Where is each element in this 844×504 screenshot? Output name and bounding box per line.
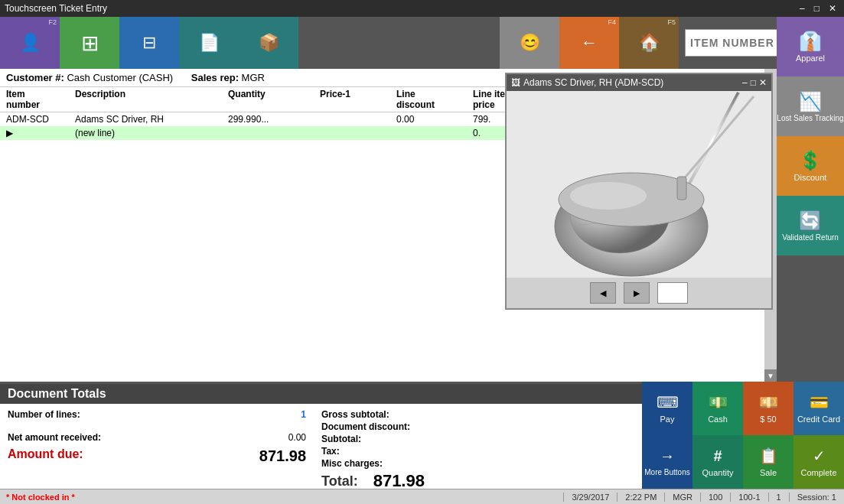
toolbar-items-button[interactable]: ⊞ xyxy=(60,17,119,69)
cell-arrow: ▶ xyxy=(6,128,75,138)
discount-button[interactable]: 💲 Discount xyxy=(777,136,844,196)
toolbar-grid-button[interactable]: ⊟ xyxy=(119,17,179,69)
validated-return-icon: 🔄 xyxy=(799,210,822,232)
popup-maximize-button[interactable]: □ xyxy=(751,77,756,88)
statusbar-date: 3/29/2017 xyxy=(563,493,617,502)
quantity-label: Quantity xyxy=(702,468,734,477)
image-popup: 🖼 Adams SC Driver, RH (ADM-SCD) – □ ✕ xyxy=(505,73,773,310)
sales-rep-label: Sales rep: xyxy=(191,72,239,83)
toolbar-customer-button[interactable]: F2 👤 xyxy=(0,17,60,69)
package-icon: 📦 xyxy=(259,33,279,53)
app-title: Touchscreen Ticket Entry xyxy=(5,3,107,14)
amount-due-value: 871.98 xyxy=(259,447,306,465)
cell-qty-new xyxy=(228,128,320,138)
home-icon: 🏠 xyxy=(639,33,660,53)
col-description: Description xyxy=(75,89,228,110)
misc-charges-label: Misc charges: xyxy=(321,458,383,469)
toolbar-document-button[interactable]: 📄 xyxy=(179,17,239,69)
popup-zoom-area xyxy=(657,282,688,304)
col-quantity: Quantity xyxy=(228,89,320,110)
golf-club-image xyxy=(517,91,761,278)
sale-button[interactable]: 📋 Sale xyxy=(743,435,793,489)
pay-button[interactable]: ⌨ Pay xyxy=(642,382,692,435)
toolbar-package-button[interactable]: 📦 xyxy=(239,17,298,69)
num-lines-row: Number of lines: 1 xyxy=(8,408,306,421)
titlebar: Touchscreen Ticket Entry – □ ✕ xyxy=(0,0,844,17)
pay-label: Pay xyxy=(660,415,675,424)
complete-button[interactable]: ✓ Complete xyxy=(793,435,844,489)
pay-icon: ⌨ xyxy=(657,393,679,411)
image-title-text: Adams SC Driver, RH (ADM-SCD) xyxy=(523,77,663,88)
cell-qty: 299.990... xyxy=(228,114,320,125)
discount-icon: 💲 xyxy=(799,150,822,171)
image-popup-footer: ◀ ▶ xyxy=(507,278,771,308)
lost-sales-icon: 📉 xyxy=(799,91,822,112)
validated-return-label: Validated Return xyxy=(782,233,839,242)
cell-price-new xyxy=(320,128,396,138)
doc-totals-left: Number of lines: 1 Net amount received: … xyxy=(8,408,306,493)
popup-next-button[interactable]: ▶ xyxy=(624,282,650,304)
svg-line-6 xyxy=(685,93,738,192)
fifty-button[interactable]: 💴 $ 50 xyxy=(743,382,793,435)
gross-subtotal-label: Gross subtotal: xyxy=(321,409,389,420)
discount-label: Discount xyxy=(794,173,827,182)
amount-due-inline-row: Amount due: 871.98 xyxy=(8,447,306,466)
image-popup-title: 🖼 Adams SC Driver, RH (ADM-SCD) xyxy=(511,77,663,88)
statusbar-time: 2:22 PM xyxy=(617,493,664,502)
doc-discount-label: Document discount: xyxy=(321,421,410,432)
num-lines-label: Number of lines: xyxy=(8,409,80,420)
net-amount-label: Net amount received: xyxy=(8,432,101,443)
col-item-number: Itemnumber xyxy=(6,89,75,110)
window-controls: – □ ✕ xyxy=(797,3,839,14)
complete-label: Complete xyxy=(800,468,836,477)
grid-icon: ⊟ xyxy=(142,33,156,53)
more-buttons-icon: → xyxy=(660,447,675,465)
net-amount-row: Net amount received: 0.00 xyxy=(8,431,306,444)
not-clocked-in-label: * Not clocked in * xyxy=(0,493,92,502)
customer-icon: 👤 xyxy=(20,33,41,53)
toolbar-back-button[interactable]: F4 ← xyxy=(559,17,619,69)
popup-close-button[interactable]: ✕ xyxy=(759,77,767,88)
quantity-button[interactable]: # Quantity xyxy=(692,435,743,489)
apparel-icon: 👔 xyxy=(799,31,822,52)
toolbar-home-button[interactable]: F5 🏠 xyxy=(619,17,679,69)
statusbar-qty: 1 xyxy=(768,493,789,502)
statusbar-register: 100-1 xyxy=(730,493,767,502)
close-button[interactable]: ✕ xyxy=(826,3,839,14)
cell-item: ADM-SCD xyxy=(6,114,75,125)
cash-label: Cash xyxy=(708,415,728,424)
back-icon: ← xyxy=(581,33,598,53)
lost-sales-button[interactable]: 📉 Lost Sales Tracking xyxy=(777,76,844,136)
minimize-button[interactable]: – xyxy=(797,3,808,14)
statusbar-store: 100 xyxy=(700,493,730,502)
lost-sales-label: Lost Sales Tracking xyxy=(777,114,843,122)
image-popup-controls: – □ ✕ xyxy=(742,77,767,88)
popup-prev-button[interactable]: ◀ xyxy=(590,282,616,304)
more-buttons-button[interactable]: → More Buttons xyxy=(642,435,692,489)
svg-point-10 xyxy=(570,182,647,210)
cell-disc-new xyxy=(396,128,473,138)
image-icon: 🖼 xyxy=(511,77,520,88)
svg-line-7 xyxy=(686,93,740,192)
maximize-button[interactable]: □ xyxy=(811,3,823,14)
col-price: Price-1 xyxy=(320,89,396,110)
validated-return-button[interactable]: 🔄 Validated Return xyxy=(777,196,844,255)
apparel-button[interactable]: 👔 Apparel xyxy=(777,17,844,76)
credit-card-button[interactable]: 💳 Credit Card xyxy=(793,382,844,435)
customer-name: Cash Customer (CASH) xyxy=(67,72,173,83)
amount-due-label: Amount due: xyxy=(8,447,83,465)
apparel-label: Apparel xyxy=(796,54,825,63)
fifty-icon: 💴 xyxy=(759,393,778,411)
cash-button[interactable]: 💵 Cash xyxy=(692,382,743,435)
popup-minimize-button[interactable]: – xyxy=(742,77,748,88)
col-line-discount: Linediscount xyxy=(396,89,473,110)
cell-new-line: (new line) xyxy=(75,128,228,138)
sales-rep-value: MGR xyxy=(242,72,265,83)
statusbar: * Not clocked in * 3/29/2017 2:22 PM MGR… xyxy=(0,489,844,504)
toolbar-face-button[interactable]: 😊 xyxy=(500,17,559,69)
more-buttons-label: More Buttons xyxy=(644,468,689,476)
scroll-down-button[interactable]: ▼ xyxy=(764,369,777,382)
image-popup-body xyxy=(507,91,771,278)
fkey-f2: F2 xyxy=(48,18,57,26)
statusbar-session: Session: 1 xyxy=(789,493,844,502)
